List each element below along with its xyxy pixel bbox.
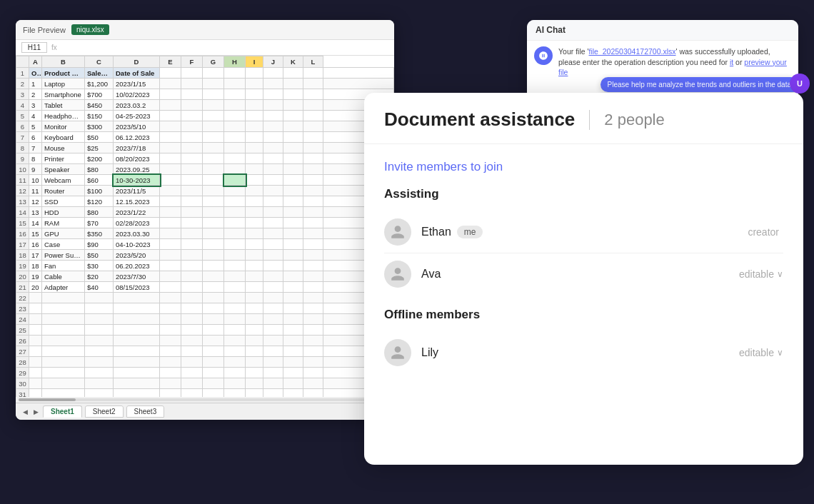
cell-a11[interactable]: 10	[29, 175, 42, 186]
empty-cell[interactable]	[224, 228, 246, 239]
cell-c7[interactable]: $50	[85, 132, 114, 143]
empty-cell[interactable]	[263, 111, 283, 121]
cell-d9[interactable]: 08/20/2023	[114, 153, 160, 164]
cell-b20[interactable]: Cable	[42, 271, 85, 282]
empty-cell[interactable]	[283, 346, 303, 357]
empty-cell[interactable]	[283, 357, 303, 368]
empty-cell[interactable]	[160, 293, 181, 303]
empty-cell[interactable]	[283, 293, 303, 303]
cell-d31[interactable]	[114, 389, 160, 398]
cell-a26[interactable]	[29, 336, 42, 346]
empty-cell[interactable]	[181, 325, 203, 336]
empty-cell[interactable]	[303, 239, 323, 250]
empty-cell[interactable]	[283, 153, 303, 164]
cell-c11[interactable]: $60	[85, 175, 114, 186]
empty-cell[interactable]	[203, 207, 224, 218]
empty-cell[interactable]	[323, 79, 394, 89]
empty-cell[interactable]	[160, 282, 181, 293]
empty-cell[interactable]	[263, 368, 283, 378]
empty-cell[interactable]	[246, 282, 263, 293]
empty-cell[interactable]	[181, 100, 203, 111]
cell-b15[interactable]: RAM	[42, 218, 85, 228]
cell-b13[interactable]: SSD	[42, 196, 85, 207]
empty-cell[interactable]	[224, 282, 246, 293]
cell-b1[interactable]: Product Name	[42, 68, 85, 79]
empty-cell[interactable]	[160, 143, 181, 153]
spreadsheet-file-tab[interactable]: niqu.xlsx	[71, 24, 109, 35]
empty-cell[interactable]	[181, 261, 203, 271]
cell-d3[interactable]: 10/02/2023	[114, 89, 160, 100]
empty-cell[interactable]	[224, 143, 246, 153]
empty-cell[interactable]	[203, 368, 224, 378]
empty-cell[interactable]	[303, 336, 323, 346]
empty-cell[interactable]	[246, 293, 263, 303]
empty-cell[interactable]	[283, 218, 303, 228]
empty-cell[interactable]	[160, 79, 181, 89]
empty-cell[interactable]	[224, 389, 246, 398]
cell-a19[interactable]: 18	[29, 261, 42, 271]
empty-cell[interactable]	[303, 378, 323, 389]
cell-a13[interactable]: 12	[29, 196, 42, 207]
empty-cell[interactable]	[263, 314, 283, 325]
cell-c4[interactable]: $450	[85, 100, 114, 111]
empty-cell[interactable]	[181, 164, 203, 175]
cell-d21[interactable]: 08/15/2023	[114, 282, 160, 293]
cell-b23[interactable]	[42, 303, 85, 314]
empty-cell[interactable]	[181, 79, 203, 89]
empty-cell[interactable]	[283, 68, 303, 79]
cell-d10[interactable]: 2023.09.25	[114, 164, 160, 175]
empty-cell[interactable]	[263, 79, 283, 89]
sheet-tab-1[interactable]: Sheet1	[43, 405, 82, 418]
cell-c27[interactable]	[85, 346, 114, 357]
empty-cell[interactable]	[203, 218, 224, 228]
empty-cell[interactable]	[160, 250, 181, 261]
empty-cell[interactable]	[160, 368, 181, 378]
empty-cell[interactable]	[263, 346, 283, 357]
cell-b11[interactable]: Webcam	[42, 175, 85, 186]
empty-cell[interactable]	[303, 89, 323, 100]
empty-cell[interactable]	[203, 68, 224, 79]
cell-b4[interactable]: Tablet	[42, 100, 85, 111]
cell-d12[interactable]: 2023/11/5	[114, 186, 160, 196]
cell-d26[interactable]	[114, 336, 160, 346]
empty-cell[interactable]	[263, 325, 283, 336]
empty-cell[interactable]	[160, 89, 181, 100]
empty-cell[interactable]	[323, 68, 394, 79]
horizontal-scrollbar[interactable]	[16, 397, 394, 403]
empty-cell[interactable]	[224, 111, 246, 121]
empty-cell[interactable]	[303, 207, 323, 218]
empty-cell[interactable]	[303, 250, 323, 261]
empty-cell[interactable]	[224, 368, 246, 378]
sheet-tab-2[interactable]: Sheet2	[85, 405, 124, 418]
empty-cell[interactable]	[263, 378, 283, 389]
cell-d29[interactable]	[114, 368, 160, 378]
sheet-nav-right[interactable]: ▶	[32, 408, 40, 415]
cell-b5[interactable]: Headphones	[42, 111, 85, 121]
empty-cell[interactable]	[181, 368, 203, 378]
empty-cell[interactable]	[263, 389, 283, 398]
empty-cell[interactable]	[303, 68, 323, 79]
empty-cell[interactable]	[181, 336, 203, 346]
empty-cell[interactable]	[263, 164, 283, 175]
empty-cell[interactable]	[181, 239, 203, 250]
empty-cell[interactable]	[224, 196, 246, 207]
empty-cell[interactable]	[246, 271, 263, 282]
empty-cell[interactable]	[303, 303, 323, 314]
cell-a9[interactable]: 8	[29, 153, 42, 164]
empty-cell[interactable]	[263, 121, 283, 132]
empty-cell[interactable]	[303, 111, 323, 121]
empty-cell[interactable]	[224, 153, 246, 164]
cell-c6[interactable]: $300	[85, 121, 114, 132]
empty-cell[interactable]	[263, 153, 283, 164]
empty-cell[interactable]	[263, 282, 283, 293]
empty-cell[interactable]	[263, 143, 283, 153]
cell-a21[interactable]: 20	[29, 282, 42, 293]
cell-d24[interactable]	[114, 314, 160, 325]
empty-cell[interactable]	[303, 79, 323, 89]
empty-cell[interactable]	[224, 121, 246, 132]
empty-cell[interactable]	[181, 389, 203, 398]
empty-cell[interactable]	[263, 186, 283, 196]
cell-b9[interactable]: Printer	[42, 153, 85, 164]
empty-cell[interactable]	[224, 175, 246, 186]
empty-cell[interactable]	[181, 228, 203, 239]
